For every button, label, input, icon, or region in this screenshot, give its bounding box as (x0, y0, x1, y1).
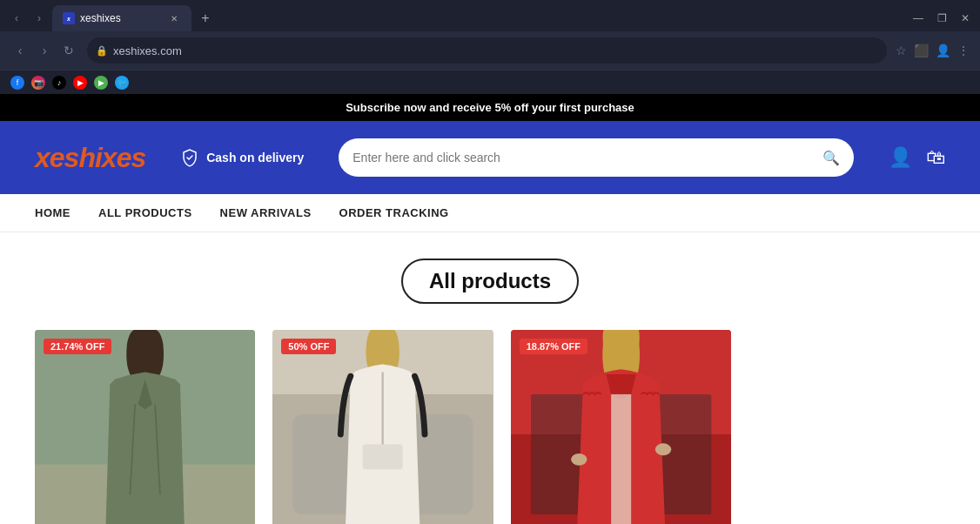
svg-rect-17 (611, 394, 631, 524)
bookmark-facebook[interactable]: f (10, 76, 24, 90)
nav-new-arrivals[interactable]: NEW ARRIVALS (220, 194, 312, 232)
url-input[interactable] (87, 37, 887, 64)
new-tab-btn[interactable]: + (195, 8, 216, 29)
active-tab[interactable]: x xeshixes ✕ (52, 5, 191, 31)
tab-title: xeshixes (80, 12, 121, 24)
nav-order-tracking[interactable]: ORDER TRACKING (339, 194, 449, 232)
refresh-btn[interactable]: ↻ (59, 41, 78, 60)
site-main: All products (0, 232, 980, 524)
minimize-btn[interactable]: — (910, 12, 927, 24)
nav-all-products[interactable]: All PRODUCTS (98, 194, 192, 232)
bookmark-tiktok[interactable]: ♪ (52, 76, 66, 90)
browser-chrome: ‹ › x xeshixes ✕ + — ❐ ✕ ‹ › ↻ 🔒 ☆ ⬛ (0, 0, 980, 94)
tab-favicon: x (63, 12, 75, 24)
product-card-2[interactable]: 50% OFF (272, 330, 493, 524)
cash-on-delivery-label: Cash on delivery (206, 151, 304, 165)
bookmark-extra2[interactable]: 🐦 (115, 76, 129, 90)
user-icon[interactable]: 👤 (889, 146, 912, 169)
address-wrapper: 🔒 (87, 37, 887, 64)
shield-icon (180, 148, 199, 167)
tab-close-btn[interactable]: ✕ (167, 11, 181, 25)
page-title-wrapper: All products (35, 259, 945, 304)
product-card-3[interactable]: 18.87% OFF (511, 330, 731, 524)
lock-icon: 🔒 (96, 45, 108, 57)
tab-group: ‹ › x xeshixes ✕ + (7, 5, 216, 31)
restore-btn[interactable]: ❐ (934, 12, 950, 24)
nav-buttons: ‹ › ↻ (10, 41, 78, 60)
nav-home[interactable]: HOME (35, 194, 70, 232)
site-logo[interactable]: xeshixes (35, 142, 145, 174)
site-header: xeshixes Cash on delivery 🔍 👤 🛍 (0, 121, 980, 194)
cart-icon[interactable]: 🛍 (926, 146, 945, 169)
forward-btn[interactable]: › (35, 41, 54, 60)
product-image-2 (272, 330, 493, 524)
discount-badge-2: 50% OFF (281, 339, 336, 354)
discount-badge-3: 18.87% OFF (520, 339, 587, 354)
cash-on-delivery: Cash on delivery (180, 148, 304, 167)
bookmark-extra1[interactable]: ▶ (94, 76, 108, 90)
profile-icon[interactable]: 👤 (936, 44, 950, 57)
product-image-1 (35, 330, 255, 524)
svg-rect-9 (363, 445, 403, 470)
tab-back-btn[interactable]: ‹ (7, 9, 26, 28)
page-title: All products (401, 259, 579, 304)
site-nav: HOME All PRODUCTS NEW ARRIVALS ORDER TRA… (0, 194, 980, 232)
bookmark-icon[interactable]: ☆ (896, 44, 907, 57)
svg-point-18 (571, 453, 587, 466)
bookmark-youtube[interactable]: ▶ (73, 76, 87, 90)
product-image-3 (511, 330, 731, 524)
site-content: Subscribe now and receive 5% off your fi… (0, 94, 980, 524)
back-btn[interactable]: ‹ (10, 41, 30, 60)
search-input[interactable] (352, 151, 822, 165)
search-icon[interactable]: 🔍 (822, 150, 840, 166)
product-card-1[interactable]: 21.74% OFF (35, 330, 255, 524)
promo-text: Subscribe now and receive 5% off your fi… (346, 101, 634, 114)
discount-badge-1: 21.74% OFF (44, 339, 111, 354)
close-window-btn[interactable]: ✕ (957, 12, 973, 24)
menu-icon[interactable]: ⋮ (957, 44, 970, 57)
address-bar: ‹ › ↻ 🔒 ☆ ⬛ 👤 ⋮ (0, 31, 980, 70)
product-grid: 21.74% OFF (35, 330, 731, 524)
svg-point-19 (654, 443, 670, 455)
extensions-icon[interactable]: ⬛ (914, 44, 929, 57)
browser-tabs: ‹ › x xeshixes ✕ + — ❐ ✕ (0, 0, 980, 31)
bookmark-instagram[interactable]: 📷 (31, 76, 45, 90)
tab-forward-btn[interactable]: › (30, 9, 49, 28)
search-bar[interactable]: 🔍 (339, 138, 854, 177)
toolbar-icons: ☆ ⬛ 👤 ⋮ (896, 44, 970, 57)
window-controls: — ❐ ✕ (910, 12, 973, 24)
header-icons: 👤 🛍 (889, 146, 945, 169)
bookmarks-bar: f 📷 ♪ ▶ ▶ 🐦 (0, 70, 980, 94)
promo-bar: Subscribe now and receive 5% off your fi… (0, 94, 980, 121)
